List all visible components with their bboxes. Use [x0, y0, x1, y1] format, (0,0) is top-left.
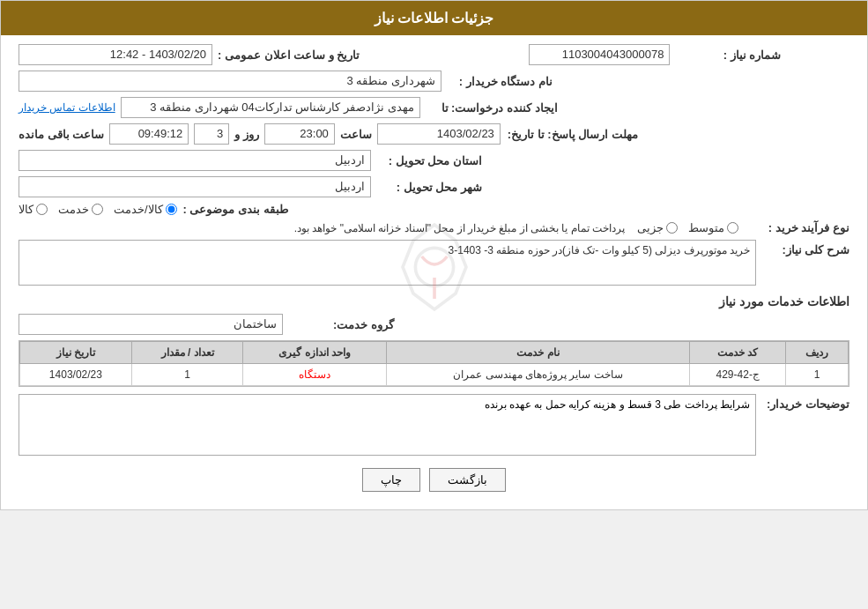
- mohlatDate-field: 1403/02/23: [377, 123, 501, 145]
- services-table: ردیف کد خدمت نام خدمت واحد اندازه گیری ت…: [19, 341, 849, 386]
- shahrTahvil-label: شهر محل تحویل :: [376, 181, 482, 194]
- mohlatRoz-value: 3: [217, 127, 223, 140]
- noeFarayand-row: نوع فرآیند خرید : متوسط جزیی پرداخت تمام…: [19, 221, 849, 234]
- geroheKhadamat-field: ساختمان: [19, 314, 283, 335]
- geroheKhadamat-value: ساختمان: [234, 317, 277, 330]
- col-radif: ردیف: [786, 342, 849, 364]
- tosifKharidar-row: توضیحات خریدار:: [19, 394, 849, 456]
- tarikhoSaat-field: 1403/02/20 - 12:42: [19, 44, 212, 65]
- radio-motevaset[interactable]: متوسط: [688, 221, 738, 234]
- mohlatErsalPasokh-row: مهلت ارسال پاسخ: تا تاریخ: 1403/02/23 سا…: [19, 123, 849, 145]
- payment-note: پرداخت تمام یا بخشی از مبلغ خریدار از مح…: [19, 222, 625, 234]
- page-title: جزئیات اطلاعات نیاز: [375, 11, 494, 26]
- tabaghebandi-radios: کالا/خدمت خدمت کالا: [19, 203, 177, 216]
- namDastgah-value: شهرداری منطقه 3: [347, 74, 435, 87]
- table-body: 1ج-42-429ساخت سایر پروژه‌های مهندسی عمرا…: [20, 364, 849, 386]
- ijadKonande-value: مهدی نژادصفر کارشناس تداركات04 شهرداری م…: [150, 100, 413, 114]
- geroheKhadamat-row: گروه خدمت: ساختمان: [19, 314, 849, 335]
- geroheKhadamat-label: گروه خدمت:: [288, 318, 394, 331]
- table-row: 1ج-42-429ساخت سایر پروژه‌های مهندسی عمرا…: [20, 364, 849, 386]
- ostanTahvil-row: استان محل تحویل : اردبیل: [19, 150, 849, 171]
- tarikhoSaat-value: 1403/02/20 - 12:42: [110, 48, 206, 61]
- baghimande-field: 09:49:12: [109, 123, 189, 145]
- buttons-row: بازگشت چاپ: [19, 468, 849, 492]
- services-table-wrapper: ردیف کد خدمت نام خدمت واحد اندازه گیری ت…: [19, 340, 849, 387]
- shahrTahvil-row: شهر محل تحویل : اردبیل: [19, 176, 849, 197]
- radio-motevaset-label: متوسط: [688, 221, 724, 234]
- col-naam: نام خدمت: [386, 342, 689, 364]
- mohlatRoz-field: 3: [194, 123, 229, 145]
- tarikhoSaat-label: تاریخ و ساعت اعلان عمومی :: [218, 48, 360, 62]
- mohlatDate-value: 1403/02/23: [437, 127, 494, 140]
- namDastgah-label: نام دستگاه خریدار :: [447, 75, 553, 88]
- radio-motevaset-input[interactable]: [727, 222, 738, 234]
- baghimande-value: 09:49:12: [138, 127, 183, 140]
- radio-kala-khadamat-label: کالا/خدمت: [114, 203, 163, 216]
- noeFarayand-label: نوع فرآیند خرید :: [744, 221, 849, 234]
- ostanTahvil-label: استان محل تحویل :: [376, 154, 482, 167]
- ijadKonande-label: ایجاد کننده درخواست: تا: [426, 101, 558, 115]
- radio-kala-khadamat[interactable]: کالا/خدمت: [114, 203, 177, 216]
- radio-kala[interactable]: کالا: [19, 203, 48, 216]
- sharhKolliNiaz-label: شرح کلی نیاز:: [761, 240, 849, 256]
- sharhKolliNiaz-field: خرید موتورپرف دیزلی (5 کیلو وات -تک فاز)…: [19, 240, 756, 286]
- radio-kala-input[interactable]: [36, 204, 48, 215]
- shomareNiaz-field: 1103004043000078: [529, 44, 670, 65]
- ostanTahvil-value: اردبیل: [335, 153, 365, 167]
- radio-jozii-label: جزیی: [637, 221, 664, 234]
- mohlatSaat-value: 23:00: [300, 127, 329, 140]
- radio-jozii-input[interactable]: [666, 222, 678, 234]
- tosifKharidar-textarea[interactable]: [19, 394, 756, 456]
- page-header: جزئیات اطلاعات نیاز: [1, 1, 867, 35]
- mohlat-label: مهلت ارسال پاسخ: تا تاریخ:: [506, 128, 638, 141]
- ostanTahvil-field: اردبیل: [19, 150, 371, 171]
- mohlatSaat-label: ساعت: [340, 128, 372, 141]
- ijadKonande-row: ایجاد کننده درخواست: تا مهدی نژادصفر کار…: [19, 97, 849, 118]
- cell-vahed: دستگاه: [243, 364, 386, 386]
- shahrTahvil-field: اردبیل: [19, 176, 371, 197]
- baghimande-label: ساعت باقی مانده: [19, 128, 104, 141]
- cell-tedad: 1: [131, 364, 243, 386]
- col-kod: کد خدمت: [690, 342, 786, 364]
- shomareNiaz-label: شماره نیاز :: [675, 48, 781, 62]
- print-button[interactable]: چاپ: [362, 468, 420, 492]
- page-wrapper: جزئیات اطلاعات نیاز شماره نیاز : 1103004…: [0, 0, 868, 510]
- radio-kala-label: کالا: [19, 203, 33, 216]
- cell-radif: 1: [786, 364, 849, 386]
- radio-jozii[interactable]: جزیی: [637, 221, 678, 234]
- radio-khadamat-input[interactable]: [92, 204, 103, 215]
- radio-khadamat[interactable]: خدمت: [58, 203, 103, 216]
- ettelaatKhadamat-title: اطلاعات خدمات مورد نیاز: [19, 294, 849, 308]
- tabaghebandi-label: طبقه بندی موضوعی :: [182, 203, 288, 216]
- tabaghebandi-row: طبقه بندی موضوعی : کالا/خدمت خدمت کالا: [19, 203, 849, 216]
- table-header: ردیف کد خدمت نام خدمت واحد اندازه گیری ت…: [20, 342, 849, 364]
- namDastgah-field: شهرداری منطقه 3: [19, 71, 441, 92]
- col-tedad: تعداد / مقدار: [131, 342, 243, 364]
- ijadKonande-field: مهدی نژادصفر کارشناس تداركات04 شهرداری م…: [121, 97, 420, 118]
- mohlatRoz-label: روز و: [234, 128, 259, 141]
- shomareNiaz-value: 1103004043000078: [562, 48, 664, 61]
- tosifKharidar-label: توضیحات خریدار:: [761, 394, 849, 411]
- shahrTahvil-value: اردبیل: [335, 180, 365, 193]
- col-tarikh: تاریخ نیاز: [20, 342, 132, 364]
- radio-kala-khadamat-input[interactable]: [166, 204, 177, 215]
- cell-tarikh: 1403/02/23: [20, 364, 132, 386]
- namDastgah-row: نام دستگاه خریدار : شهرداری منطقه 3: [19, 71, 849, 92]
- sharhKolliNiaz-value: خرید موتورپرف دیزلی (5 کیلو وات -تک فاز)…: [449, 244, 750, 256]
- col-vahed: واحد اندازه گیری: [243, 342, 386, 364]
- shomareNiaz-row: شماره نیاز : 1103004043000078 تاریخ و سا…: [19, 44, 849, 65]
- sharhKolliNiaz-row: شرح کلی نیاز: خرید موتورپرف دیزلی (5 کیل…: [19, 240, 849, 286]
- ettelaat-link[interactable]: اطلاعات تماس خریدار: [19, 101, 115, 114]
- mohlatSaat-field: 23:00: [264, 123, 335, 145]
- back-button[interactable]: بازگشت: [429, 468, 506, 492]
- content-area: شماره نیاز : 1103004043000078 تاریخ و سا…: [1, 35, 867, 509]
- farayand-radios: متوسط جزیی: [637, 221, 738, 234]
- cell-kod: ج-42-429: [690, 364, 786, 386]
- cell-naam: ساخت سایر پروژه‌های مهندسی عمران: [386, 364, 689, 386]
- radio-khadamat-label: خدمت: [58, 203, 89, 216]
